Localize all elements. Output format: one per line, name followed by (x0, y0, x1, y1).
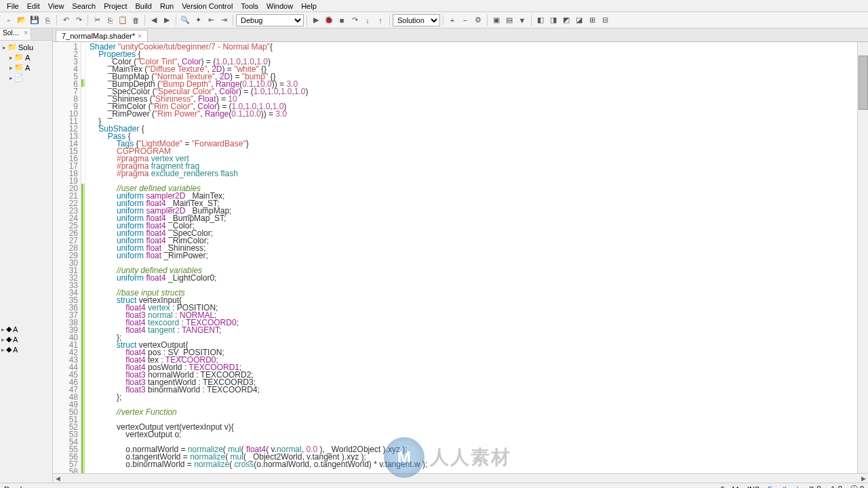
feedback-link[interactable]: Feedback (768, 485, 800, 489)
code-line[interactable]: float3 binormalWorld : TEXCOORD4; (90, 386, 857, 394)
cut-icon[interactable]: ✂ (91, 14, 103, 26)
code-line[interactable]: }; (90, 334, 857, 342)
stop-icon[interactable]: ■ (336, 14, 348, 26)
expand-icon[interactable]: ▸ (9, 64, 13, 71)
code-line[interactable] (90, 282, 857, 289)
code-line[interactable]: Tags {"LightMode" = "ForwardBase"} (90, 140, 857, 148)
code-line[interactable]: CGPROGRAM (90, 148, 857, 155)
vertical-scrollbar[interactable] (857, 42, 868, 473)
add-breakpoint-icon[interactable]: + (446, 14, 458, 26)
tool-icon[interactable]: ⚙ (472, 14, 484, 26)
menu-file[interactable]: File (3, 2, 23, 10)
code-line[interactable]: #pragma exclude_renderers flash (90, 170, 857, 178)
code-line[interactable]: uniform float4 _LightColor0; (90, 274, 857, 282)
expand-icon[interactable]: ▸ (9, 54, 13, 61)
nav-back-icon[interactable]: ◀ (148, 14, 160, 26)
save-icon[interactable]: 💾 (28, 14, 41, 26)
tool5-icon[interactable]: ◧ (534, 14, 547, 26)
expand-icon[interactable]: ▸ (1, 336, 5, 343)
run-icon[interactable]: ▶ (310, 14, 322, 26)
tree-item[interactable]: ▸ ◆ A (1, 334, 51, 344)
step-over-icon[interactable]: ↷ (349, 14, 361, 26)
tool6-icon[interactable]: ◨ (547, 14, 559, 26)
menu-run[interactable]: Run (156, 2, 178, 10)
code-line[interactable]: //vertex Function (90, 409, 857, 416)
next-bookmark-icon[interactable]: ⇥ (218, 14, 230, 26)
tool9-icon[interactable]: ⊞ (586, 14, 598, 26)
redo-icon[interactable]: ↷ (73, 14, 85, 26)
solution-tab[interactable]: Sol… × (0, 28, 31, 40)
bookmark-icon[interactable]: ✦ (192, 14, 204, 26)
tool7-icon[interactable]: ◩ (560, 14, 572, 26)
code-line[interactable]: vertexOutput vert(vertexInput v){ (90, 424, 857, 431)
horizontal-scrollbar[interactable]: ◀ ▶ (53, 473, 868, 483)
code-line[interactable] (90, 178, 857, 185)
tree-item[interactable]: ▸ 📁 A (1, 52, 51, 62)
message-count[interactable]: ⓘ 0 (850, 484, 864, 488)
menu-edit[interactable]: Edit (23, 2, 44, 10)
new-file-icon[interactable]: ▫ (3, 14, 15, 26)
menu-version-control[interactable]: Version Control (178, 2, 237, 10)
tree-item[interactable]: ▸ 📄 (1, 73, 51, 83)
menu-search[interactable]: Search (68, 2, 100, 10)
tree-item[interactable]: ▸ ◆ A (1, 324, 51, 334)
prev-bookmark-icon[interactable]: ⇤ (205, 14, 217, 26)
tool10-icon[interactable]: ⊟ (599, 14, 611, 26)
menu-project[interactable]: Project (100, 2, 131, 10)
code-line[interactable]: float4 tangent : TANGENT; (90, 327, 857, 334)
close-icon[interactable]: × (138, 33, 142, 40)
debug-icon[interactable]: 🐞 (323, 14, 335, 26)
code-line[interactable] (90, 401, 857, 409)
code-line[interactable]: } (90, 118, 857, 125)
solution-tree[interactable]: ▸ 📁 Solu▸ 📁 A▸ 📁 A▸ 📄 (0, 41, 52, 201)
code-line[interactable]: uniform float4 _BumpMap_ST; (90, 215, 857, 222)
config-combo[interactable]: Debug (236, 14, 304, 26)
expand-icon[interactable]: ▸ (3, 44, 6, 51)
nav-fwd-icon[interactable]: ▶ (161, 14, 173, 26)
solution-tab-label: Sol… (3, 29, 19, 37)
code-line[interactable]: }; (90, 394, 857, 401)
menu-build[interactable]: Build (131, 2, 155, 10)
paste-icon[interactable]: 📋 (117, 14, 129, 26)
code-line[interactable]: SubShader { (90, 125, 857, 133)
code-line[interactable]: vertexOutput o; (90, 431, 857, 439)
step-out-icon[interactable]: ↑ (374, 14, 387, 26)
scroll-thumb[interactable] (859, 56, 868, 110)
code-line[interactable] (90, 260, 857, 267)
copy-icon[interactable]: ⎘ (104, 14, 116, 26)
warning-count[interactable]: ⚠ 0 (829, 485, 842, 488)
error-count[interactable]: ⊘ 0 (808, 485, 821, 488)
code-line[interactable]: o.binormalWorld = normalize( cross(o.nor… (90, 461, 857, 468)
editor-tab[interactable]: 7_normalMap.shader* × (56, 30, 148, 41)
expand-icon[interactable]: ▸ (1, 346, 5, 353)
delete-icon[interactable]: 🗑 (130, 14, 142, 26)
tool2-icon[interactable]: ▣ (490, 14, 502, 26)
code-line[interactable]: uniform float _RimPower; (90, 252, 857, 260)
code-line[interactable]: #pragma vertex vert (90, 155, 857, 163)
menu-help[interactable]: Help (297, 2, 321, 10)
code-editor[interactable]: Shader "unityCookie/tut/beginner/7 - Nor… (85, 42, 857, 473)
tool3-icon[interactable]: ▤ (503, 14, 515, 26)
tree-item[interactable]: ▸ ◆ A (1, 344, 51, 354)
code-line[interactable] (90, 468, 857, 473)
undo-icon[interactable]: ↶ (60, 14, 72, 26)
save-all-icon[interactable]: ⎘ (41, 14, 54, 26)
tool8-icon[interactable]: ◪ (573, 14, 585, 26)
find-icon[interactable]: 🔍 (179, 14, 191, 26)
tool4-icon[interactable]: ▼ (516, 14, 528, 26)
code-line[interactable]: //base input structs (90, 289, 857, 297)
close-icon[interactable]: × (24, 29, 28, 37)
target-combo[interactable]: Solution (393, 14, 440, 26)
expand-icon[interactable]: ▸ (1, 326, 5, 333)
tree-item[interactable]: ▸ 📁 Solu (1, 42, 51, 52)
step-in-icon[interactable]: ↓ (361, 14, 374, 26)
menu-window[interactable]: Window (262, 2, 297, 10)
menu-view[interactable]: View (44, 2, 68, 10)
expand-icon[interactable]: ▸ (9, 75, 13, 81)
remove-breakpoint-icon[interactable]: − (459, 14, 471, 26)
code-line[interactable]: _RimPower ("Rim Power", Range(0.1,10.0))… (90, 110, 857, 118)
code-line[interactable]: Shader "unityCookie/tut/beginner/7 - Nor… (90, 43, 857, 51)
tree-item[interactable]: ▸ 📁 A (1, 62, 51, 73)
menu-tools[interactable]: Tools (237, 2, 262, 10)
open-icon[interactable]: 📂 (16, 14, 28, 26)
